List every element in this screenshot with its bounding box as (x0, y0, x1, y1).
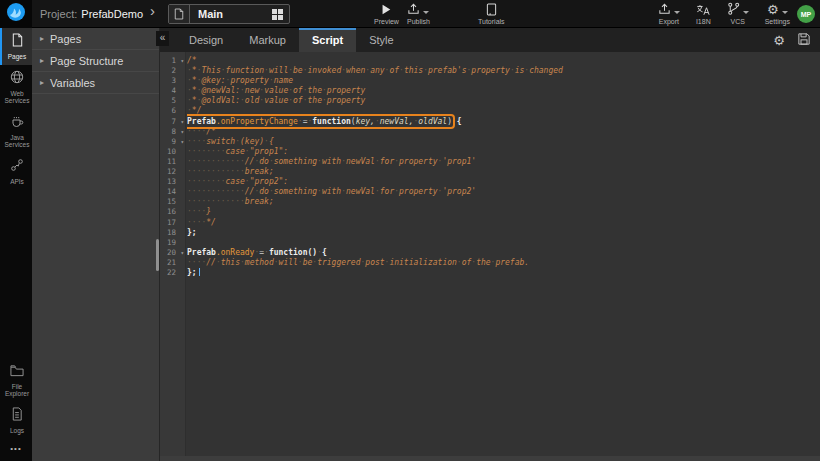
gutter-line[interactable]: 7▾ (160, 117, 185, 127)
code-line[interactable]: ·*·This·function·will·be·invoked·when·an… (187, 66, 820, 76)
rail-item-pages[interactable]: Pages (0, 28, 32, 65)
fold-marker-icon[interactable]: ▾ (180, 127, 184, 137)
gutter-line[interactable]: 6 (160, 106, 185, 116)
gutter-line[interactable]: 18 (160, 228, 185, 238)
code-line[interactable]: ····//·this·method·will·be·triggered·pos… (187, 258, 820, 268)
translate-icon (696, 3, 710, 16)
project-label: Project: (40, 8, 77, 20)
collapsed-arrow-icon: ▸ (40, 56, 44, 65)
settings-button[interactable]: ⚙ Settings (765, 3, 790, 25)
code-line[interactable]: ·*·@key:·property·name (187, 76, 820, 86)
rail-item-java-services[interactable]: Java Services (0, 109, 32, 153)
gutter-line[interactable]: 1▾ (160, 56, 185, 66)
tab-markup[interactable]: Markup (236, 28, 299, 52)
page-selector[interactable]: Main (168, 4, 290, 24)
collapsed-arrow-icon: ▸ (40, 34, 44, 43)
app-logo[interactable] (0, 0, 32, 28)
gutter-line[interactable]: 20▾ (160, 248, 185, 258)
code-editor[interactable]: 1▾234567▾8▾9▾1011121314151617181920▾2122… (160, 52, 820, 461)
code-line[interactable]: ········case·"prop2": (187, 177, 820, 187)
gutter-line[interactable]: 13 (160, 177, 185, 187)
export-icon (658, 1, 671, 19)
code-line[interactable]: ····/* (187, 127, 820, 137)
code-line[interactable]: ·*/ (187, 106, 820, 116)
fold-marker-icon[interactable]: ▾ (180, 248, 184, 258)
tutorials-button[interactable]: Tutorials (478, 3, 505, 25)
code-line[interactable] (187, 238, 820, 248)
topbar-right-actions: Export I18N (658, 3, 790, 25)
pages-panel: ▸ Pages ▸ Page Structure ▸ Variables (32, 28, 160, 461)
code-line[interactable]: ············break; (187, 197, 820, 207)
rail-overflow-button[interactable]: ••• (0, 438, 32, 461)
panel-section-pages[interactable]: ▸ Pages (32, 28, 159, 50)
collapsed-arrow-icon: ▸ (40, 78, 44, 87)
rail-spacer (0, 189, 32, 358)
project-name: PrefabDemo (81, 8, 143, 20)
rail-item-web-services[interactable]: Web Services (0, 65, 32, 109)
page-selector-value: Main (190, 8, 272, 20)
panel-section-page-structure[interactable]: ▸ Page Structure (32, 50, 159, 72)
export-button[interactable]: Export (658, 3, 680, 25)
code-line[interactable]: ····*/ (187, 218, 820, 228)
code-line[interactable]: ·*·@newVal:·new·value·of·the·property (187, 86, 820, 96)
fold-marker-icon[interactable]: ▾ (180, 56, 184, 66)
code-line[interactable]: ············break; (187, 167, 820, 177)
breadcrumb-chevron-icon: › (150, 2, 155, 19)
code-line[interactable]: ············//·do·something·with·newVal·… (187, 187, 820, 197)
tab-script[interactable]: Script (299, 28, 356, 52)
gutter-line[interactable]: 22 (160, 268, 185, 278)
fold-marker-icon[interactable]: ▾ (180, 117, 184, 127)
rail-item-logs[interactable]: Logs (0, 402, 32, 439)
gutter-line[interactable]: 10 (160, 147, 185, 157)
highlighted-code-box: Prefab.onPropertyChange·=·function(key,·… (187, 117, 452, 126)
folder-icon (10, 363, 24, 381)
gutter-line[interactable]: 14 (160, 187, 185, 197)
code-line[interactable]: ·*·@oldVal:·old·value·of·the·property (187, 96, 820, 106)
fold-marker-icon[interactable]: ▾ (180, 137, 184, 147)
code-line[interactable]: Prefab.onPropertyChange·=·function(key,·… (187, 117, 820, 127)
page-grid-icon[interactable] (272, 9, 283, 20)
gutter-line[interactable]: 12 (160, 167, 185, 177)
i18n-button[interactable]: I18N (696, 3, 711, 25)
code-line[interactable]: Prefab.onReady·=·function()·{ (187, 248, 820, 258)
horizontal-scrollbar[interactable] (160, 456, 820, 461)
code-line[interactable]: ········case·"prop1": (187, 147, 820, 157)
script-settings-gear-icon[interactable]: ⚙ (773, 34, 785, 47)
publish-button[interactable]: Publish (407, 3, 430, 25)
gutter-line[interactable]: 19 (160, 238, 185, 248)
play-icon (380, 3, 392, 16)
user-avatar[interactable]: MP (797, 5, 815, 23)
code-line[interactable]: ············//·do·something·with·newVal·… (187, 157, 820, 167)
panel-collapse-button[interactable]: « (156, 31, 169, 46)
gutter-line[interactable]: 21 (160, 258, 185, 268)
main-area: Design Markup Script Style ⚙ 1▾234567▾8▾… (160, 28, 820, 461)
code-lines[interactable]: /*·*·This·function·will·be·invoked·when·… (187, 52, 820, 461)
rail-item-apis[interactable]: APIs (0, 153, 32, 190)
vcs-button[interactable]: VCS (727, 3, 749, 25)
panel-resize-handle[interactable] (156, 239, 159, 271)
tab-style[interactable]: Style (356, 28, 406, 52)
preview-button[interactable]: Preview (374, 3, 399, 25)
code-line[interactable]: /* (187, 56, 820, 66)
wavemaker-logo-icon (6, 2, 26, 26)
code-line[interactable]: ····} (187, 207, 820, 217)
gutter-line[interactable]: 3 (160, 76, 185, 86)
gutter-line[interactable]: 9▾ (160, 137, 185, 147)
code-line[interactable]: }; (187, 228, 820, 238)
rail-item-file-explorer[interactable]: File Explorer (0, 358, 32, 402)
tab-design[interactable]: Design (176, 28, 236, 52)
gutter-line[interactable]: 4 (160, 86, 185, 96)
gutter-line[interactable]: 8▾ (160, 127, 185, 137)
gutter-line[interactable]: 5 (160, 96, 185, 106)
gutter-line[interactable]: 16 (160, 207, 185, 217)
gutter-line[interactable]: 17 (160, 218, 185, 228)
code-line[interactable]: }; (187, 268, 820, 278)
gutter-line[interactable]: 15 (160, 197, 185, 207)
gutter-line[interactable]: 2 (160, 66, 185, 76)
editor-tabbar: Design Markup Script Style ⚙ (160, 28, 820, 52)
save-icon[interactable] (798, 31, 810, 49)
panel-section-variables[interactable]: ▸ Variables (32, 72, 159, 94)
code-line[interactable]: ····switch·(key)·{ (187, 137, 820, 147)
log-file-icon (11, 407, 23, 425)
gutter-line[interactable]: 11 (160, 157, 185, 167)
